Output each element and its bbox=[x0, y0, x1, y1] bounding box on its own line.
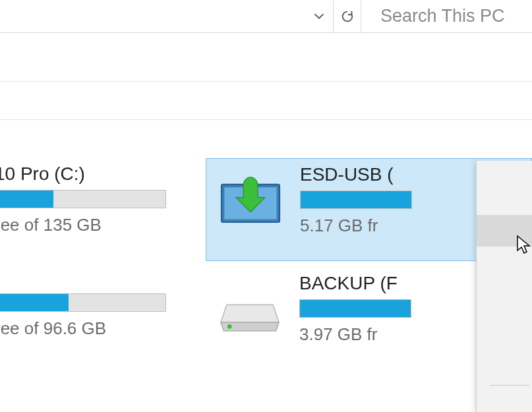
search-input[interactable]: Search This PC bbox=[361, 0, 532, 32]
drive-usage-fill bbox=[0, 294, 69, 311]
context-menu-item-hover[interactable] bbox=[477, 215, 532, 247]
svg-point-2 bbox=[227, 324, 232, 329]
address-history-dropdown[interactable] bbox=[305, 1, 333, 32]
context-menu[interactable] bbox=[476, 161, 532, 412]
refresh-button[interactable] bbox=[333, 1, 361, 32]
address-bar[interactable] bbox=[0, 0, 361, 32]
drive-column-left: 10 Pro (C:) ree of 135 GB ) ree of 96.6 … bbox=[0, 158, 198, 347]
chevron-down-icon bbox=[312, 9, 326, 24]
separator bbox=[0, 81, 532, 82]
drive-item[interactable]: 10 Pro (C:) ree of 135 GB bbox=[0, 158, 198, 243]
drive-usage-bar bbox=[0, 190, 166, 208]
drive-label: ) bbox=[0, 267, 190, 288]
drive-usage-fill bbox=[301, 191, 411, 208]
refresh-icon bbox=[340, 9, 355, 24]
drive-free-text: ree of 135 GB bbox=[0, 215, 190, 235]
context-menu-separator bbox=[490, 385, 529, 386]
external-drive-icon bbox=[214, 280, 286, 339]
drive-usage-fill bbox=[0, 191, 53, 208]
install-media-icon bbox=[214, 171, 287, 230]
toolbar: Search This PC bbox=[0, 0, 532, 33]
drive-label: 10 Pro (C:) bbox=[0, 163, 190, 185]
drives-panel: 10 Pro (C:) ree of 135 GB ) ree of 96.6 … bbox=[0, 158, 532, 412]
separator bbox=[0, 119, 532, 120]
drive-free-text: ree of 96.6 GB bbox=[0, 318, 190, 339]
drive-usage-bar bbox=[300, 191, 412, 209]
drive-usage-fill bbox=[300, 300, 411, 317]
drive-item[interactable]: ) ree of 96.6 GB bbox=[0, 262, 198, 347]
drive-usage-bar bbox=[0, 293, 166, 312]
drive-usage-bar bbox=[299, 299, 411, 318]
